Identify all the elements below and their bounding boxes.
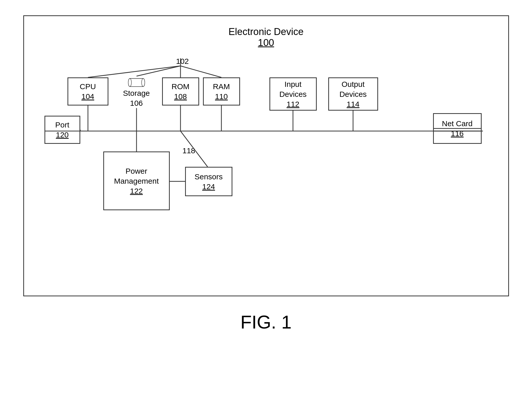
box-rom: ROM 108 [162,77,199,106]
storage-wrap: Storage 106 [116,76,157,108]
svg-point-6 [141,78,145,86]
svg-rect-3 [130,79,143,86]
page-container: Electronic Device 100 102 118 CPU 104 [0,0,532,410]
power-label2: Management [114,176,159,186]
svg-line-17 [88,66,180,77]
storage-cylinder-icon [121,76,152,88]
input-ref: 112 [287,99,299,109]
title-text: Electronic Device [229,26,304,37]
box-power: Power Management 122 [103,151,170,210]
sensors-label: Sensors [195,172,223,182]
svg-point-7 [128,78,131,86]
rom-label: ROM [172,81,189,91]
cpu-ref: 104 [81,91,94,101]
rom-ref: 108 [174,91,187,101]
netcard-label: Net Card [442,119,472,128]
diagram-outer: Electronic Device 100 102 118 CPU 104 [23,15,509,296]
box-sensors: Sensors 124 [185,167,232,196]
title-ref: 100 [229,37,304,48]
input-label2: Devices [279,89,307,99]
netcard-ref: 116 [451,128,463,138]
label-118: 118 [183,146,195,155]
power-label1: Power [126,166,147,176]
storage-ref: 106 [130,99,143,107]
output-label2: Devices [339,89,367,99]
box-cpu: CPU 104 [67,77,108,106]
fig-caption: FIG. 1 [240,312,291,333]
cpu-label: CPU [80,81,96,91]
ram-ref: 110 [215,91,228,101]
box-input: Input Devices 112 [269,77,317,111]
input-label1: Input [285,79,302,89]
box-ram: RAM 110 [203,77,240,106]
label-102: 102 [176,57,189,66]
output-ref: 114 [347,99,359,109]
power-ref: 122 [130,186,143,196]
box-output: Output Devices 114 [328,77,378,111]
sensors-ref: 124 [202,182,215,192]
svg-line-18 [137,66,180,76]
ram-label: RAM [213,81,230,91]
diagram-title: Electronic Device 100 [229,26,304,48]
output-label1: Output [342,79,365,89]
port-label: Port [55,120,69,130]
box-netcard: Net Card 116 [433,113,482,144]
storage-text: Storage [123,89,150,97]
box-port: Port 120 [44,116,80,144]
svg-line-20 [180,66,221,77]
port-ref: 120 [56,130,69,140]
storage-label: Storage 106 [123,88,150,108]
connections-svg [24,16,508,296]
